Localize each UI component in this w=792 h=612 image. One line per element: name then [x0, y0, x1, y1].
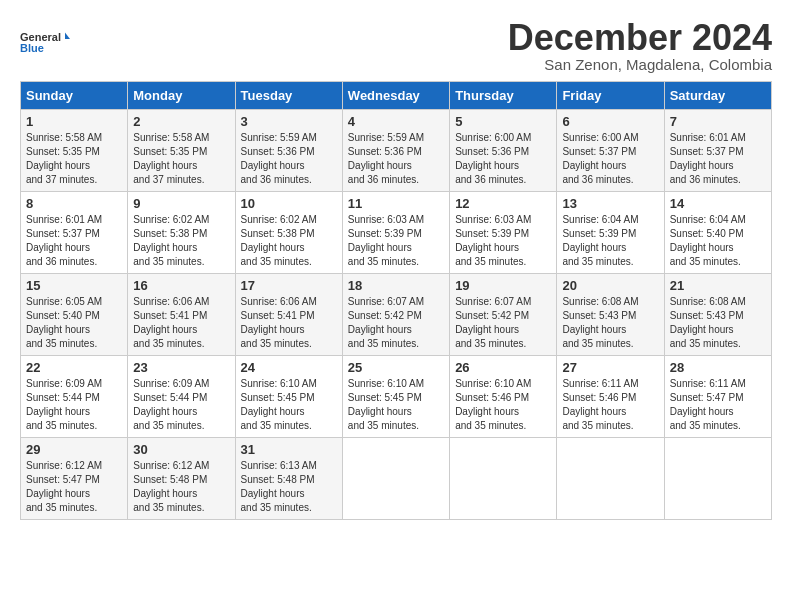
col-thursday: Thursday [450, 82, 557, 110]
day-number: 29 [26, 442, 122, 457]
day-number: 24 [241, 360, 337, 375]
day-info: Sunrise: 6:10 AMSunset: 5:45 PMDaylight … [241, 377, 337, 433]
day-number: 6 [562, 114, 658, 129]
day-number: 13 [562, 196, 658, 211]
header: General Blue December 2024 San Zenon, Ma… [20, 20, 772, 73]
table-cell: 3Sunrise: 5:59 AMSunset: 5:36 PMDaylight… [235, 110, 342, 192]
day-info: Sunrise: 6:07 AMSunset: 5:42 PMDaylight … [455, 295, 551, 351]
day-info: Sunrise: 6:02 AMSunset: 5:38 PMDaylight … [241, 213, 337, 269]
day-info: Sunrise: 6:00 AMSunset: 5:37 PMDaylight … [562, 131, 658, 187]
table-cell: 16Sunrise: 6:06 AMSunset: 5:41 PMDayligh… [128, 274, 235, 356]
day-number: 11 [348, 196, 444, 211]
header-row: Sunday Monday Tuesday Wednesday Thursday… [21, 82, 772, 110]
day-info: Sunrise: 6:00 AMSunset: 5:36 PMDaylight … [455, 131, 551, 187]
day-number: 2 [133, 114, 229, 129]
table-cell: 30Sunrise: 6:12 AMSunset: 5:48 PMDayligh… [128, 438, 235, 520]
table-cell: 2Sunrise: 5:58 AMSunset: 5:35 PMDaylight… [128, 110, 235, 192]
table-cell: 7Sunrise: 6:01 AMSunset: 5:37 PMDaylight… [664, 110, 771, 192]
table-cell [557, 438, 664, 520]
table-cell [342, 438, 449, 520]
table-cell: 31Sunrise: 6:13 AMSunset: 5:48 PMDayligh… [235, 438, 342, 520]
table-cell: 19Sunrise: 6:07 AMSunset: 5:42 PMDayligh… [450, 274, 557, 356]
day-info: Sunrise: 6:07 AMSunset: 5:42 PMDaylight … [348, 295, 444, 351]
table-cell: 4Sunrise: 5:59 AMSunset: 5:36 PMDaylight… [342, 110, 449, 192]
day-number: 4 [348, 114, 444, 129]
day-info: Sunrise: 6:11 AMSunset: 5:47 PMDaylight … [670, 377, 766, 433]
table-cell: 22Sunrise: 6:09 AMSunset: 5:44 PMDayligh… [21, 356, 128, 438]
day-number: 27 [562, 360, 658, 375]
table-row: 22Sunrise: 6:09 AMSunset: 5:44 PMDayligh… [21, 356, 772, 438]
day-info: Sunrise: 5:59 AMSunset: 5:36 PMDaylight … [348, 131, 444, 187]
day-info: Sunrise: 6:01 AMSunset: 5:37 PMDaylight … [670, 131, 766, 187]
day-info: Sunrise: 6:05 AMSunset: 5:40 PMDaylight … [26, 295, 122, 351]
day-number: 22 [26, 360, 122, 375]
table-row: 29Sunrise: 6:12 AMSunset: 5:47 PMDayligh… [21, 438, 772, 520]
day-number: 20 [562, 278, 658, 293]
svg-marker-2 [65, 33, 70, 40]
day-info: Sunrise: 6:06 AMSunset: 5:41 PMDaylight … [241, 295, 337, 351]
day-info: Sunrise: 6:03 AMSunset: 5:39 PMDaylight … [348, 213, 444, 269]
day-number: 28 [670, 360, 766, 375]
table-cell: 21Sunrise: 6:08 AMSunset: 5:43 PMDayligh… [664, 274, 771, 356]
table-cell: 15Sunrise: 6:05 AMSunset: 5:40 PMDayligh… [21, 274, 128, 356]
day-number: 14 [670, 196, 766, 211]
day-info: Sunrise: 5:59 AMSunset: 5:36 PMDaylight … [241, 131, 337, 187]
col-monday: Monday [128, 82, 235, 110]
table-cell: 13Sunrise: 6:04 AMSunset: 5:39 PMDayligh… [557, 192, 664, 274]
table-cell: 28Sunrise: 6:11 AMSunset: 5:47 PMDayligh… [664, 356, 771, 438]
day-number: 5 [455, 114, 551, 129]
col-saturday: Saturday [664, 82, 771, 110]
day-number: 19 [455, 278, 551, 293]
day-number: 8 [26, 196, 122, 211]
title-area: December 2024 San Zenon, Magdalena, Colo… [508, 20, 772, 73]
table-row: 8Sunrise: 6:01 AMSunset: 5:37 PMDaylight… [21, 192, 772, 274]
table-cell: 12Sunrise: 6:03 AMSunset: 5:39 PMDayligh… [450, 192, 557, 274]
day-info: Sunrise: 6:08 AMSunset: 5:43 PMDaylight … [670, 295, 766, 351]
table-cell: 17Sunrise: 6:06 AMSunset: 5:41 PMDayligh… [235, 274, 342, 356]
table-cell: 29Sunrise: 6:12 AMSunset: 5:47 PMDayligh… [21, 438, 128, 520]
col-sunday: Sunday [21, 82, 128, 110]
day-info: Sunrise: 6:12 AMSunset: 5:48 PMDaylight … [133, 459, 229, 515]
day-info: Sunrise: 6:10 AMSunset: 5:45 PMDaylight … [348, 377, 444, 433]
table-cell: 14Sunrise: 6:04 AMSunset: 5:40 PMDayligh… [664, 192, 771, 274]
day-info: Sunrise: 6:02 AMSunset: 5:38 PMDaylight … [133, 213, 229, 269]
day-info: Sunrise: 6:10 AMSunset: 5:46 PMDaylight … [455, 377, 551, 433]
day-number: 31 [241, 442, 337, 457]
col-tuesday: Tuesday [235, 82, 342, 110]
day-number: 30 [133, 442, 229, 457]
table-row: 15Sunrise: 6:05 AMSunset: 5:40 PMDayligh… [21, 274, 772, 356]
table-cell: 10Sunrise: 6:02 AMSunset: 5:38 PMDayligh… [235, 192, 342, 274]
day-number: 3 [241, 114, 337, 129]
day-number: 15 [26, 278, 122, 293]
calendar-subtitle: San Zenon, Magdalena, Colombia [508, 56, 772, 73]
day-info: Sunrise: 6:06 AMSunset: 5:41 PMDaylight … [133, 295, 229, 351]
day-info: Sunrise: 6:09 AMSunset: 5:44 PMDaylight … [133, 377, 229, 433]
day-number: 25 [348, 360, 444, 375]
calendar-title: December 2024 [508, 20, 772, 56]
day-number: 18 [348, 278, 444, 293]
table-cell [450, 438, 557, 520]
page-container: General Blue December 2024 San Zenon, Ma… [20, 20, 772, 520]
day-number: 26 [455, 360, 551, 375]
day-info: Sunrise: 6:09 AMSunset: 5:44 PMDaylight … [26, 377, 122, 433]
day-info: Sunrise: 6:13 AMSunset: 5:48 PMDaylight … [241, 459, 337, 515]
table-cell: 23Sunrise: 6:09 AMSunset: 5:44 PMDayligh… [128, 356, 235, 438]
table-cell: 25Sunrise: 6:10 AMSunset: 5:45 PMDayligh… [342, 356, 449, 438]
day-number: 12 [455, 196, 551, 211]
table-cell: 6Sunrise: 6:00 AMSunset: 5:37 PMDaylight… [557, 110, 664, 192]
day-info: Sunrise: 6:01 AMSunset: 5:37 PMDaylight … [26, 213, 122, 269]
day-info: Sunrise: 6:03 AMSunset: 5:39 PMDaylight … [455, 213, 551, 269]
table-cell: 18Sunrise: 6:07 AMSunset: 5:42 PMDayligh… [342, 274, 449, 356]
day-info: Sunrise: 6:04 AMSunset: 5:39 PMDaylight … [562, 213, 658, 269]
calendar-table: Sunday Monday Tuesday Wednesday Thursday… [20, 81, 772, 520]
table-cell: 24Sunrise: 6:10 AMSunset: 5:45 PMDayligh… [235, 356, 342, 438]
day-info: Sunrise: 6:04 AMSunset: 5:40 PMDaylight … [670, 213, 766, 269]
day-number: 7 [670, 114, 766, 129]
svg-text:Blue: Blue [20, 42, 44, 54]
table-cell [664, 438, 771, 520]
day-info: Sunrise: 5:58 AMSunset: 5:35 PMDaylight … [133, 131, 229, 187]
logo-svg: General Blue [20, 20, 70, 65]
svg-text:General: General [20, 31, 61, 43]
table-cell: 8Sunrise: 6:01 AMSunset: 5:37 PMDaylight… [21, 192, 128, 274]
table-row: 1Sunrise: 5:58 AMSunset: 5:35 PMDaylight… [21, 110, 772, 192]
